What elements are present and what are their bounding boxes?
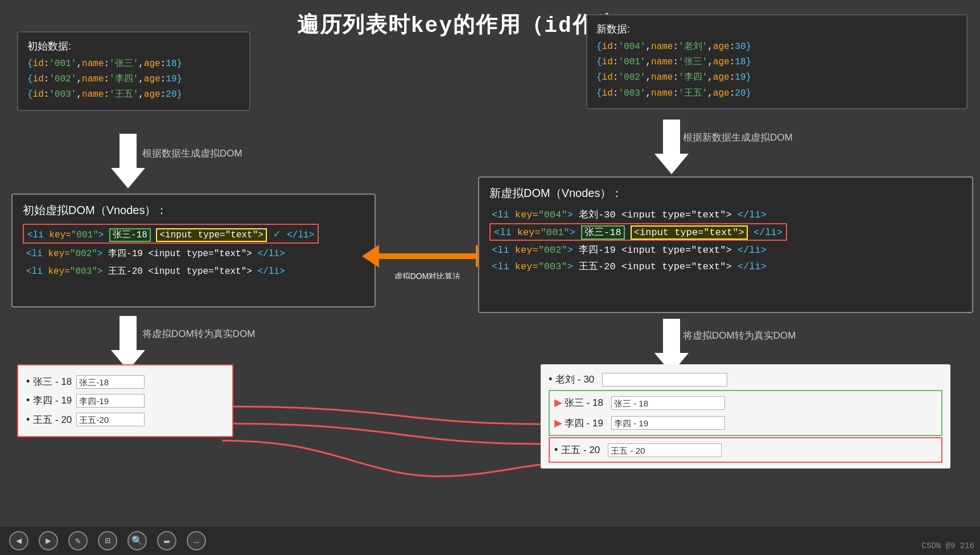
right-real-row-4: • 王五 - 20 王五 - 20	[554, 441, 937, 459]
real-item-3-input[interactable]: 王五-20	[76, 413, 145, 426]
real-item-3-label: 王五 - 20	[33, 411, 72, 429]
arrow-head	[111, 168, 145, 188]
arrow-head	[654, 154, 689, 174]
toolbar-btn-more[interactable]: …	[187, 531, 206, 550]
new-data-line3: {id:'002',name:'李四',age:19}	[596, 70, 957, 85]
real-item-2-input[interactable]: 李四-19	[76, 394, 145, 408]
right-red-row: • 王五 - 20 王五 - 20	[549, 437, 942, 463]
right-real-row-2: ▶ 张三 - 18 张三 - 18	[554, 393, 937, 412]
right-label-2: 将虚拟DOM转为真实DOM	[683, 329, 796, 342]
left-arrow-2	[111, 316, 145, 371]
right-real-row-1: • 老刘 - 30	[549, 370, 942, 389]
arrow-shaft-r2	[663, 319, 680, 353]
bidir-arrow-container: 虚拟DOM对比算法	[362, 233, 493, 279]
toolbar-btn-edit[interactable]: ✎	[68, 531, 88, 550]
initial-vdom-box: 初始虚拟DOM（Vnodes）： <li key="001"> 张三-18 <i…	[11, 194, 376, 307]
real-row-1: • 张三 - 18 张三-18	[26, 372, 224, 391]
vdom-row-3: <li key="003"> 王五-20 <input type="text">…	[23, 264, 364, 279]
right-item-4-input[interactable]: 王五 - 20	[608, 443, 722, 457]
right-item-1-label: 老刘 - 30	[555, 371, 594, 388]
right-green-group: ▶ 张三 - 18 张三 - 18 ▶ 李四 - 19 李四 - 19	[549, 390, 942, 436]
right-arrow-1	[654, 120, 689, 174]
arrow-shaft	[120, 134, 137, 168]
right-item-2-label: 张三 - 18	[565, 394, 603, 412]
right-item-4-label: 王五 - 20	[561, 441, 600, 459]
toolbar-btn-save[interactable]: ⊡	[98, 531, 117, 550]
left-arrow-1	[111, 134, 145, 188]
real-item-1-label: 张三 - 18	[33, 373, 72, 390]
toolbar: ◀ ▶ ✎ ⊡ 🔍 ▬ …	[0, 527, 980, 555]
new-data-line1: {id:'004',name:'老刘',age:30}	[596, 39, 957, 55]
vdom-row-2: <li key="002"> 李四-19 <input type="text">…	[23, 246, 364, 261]
right-label-1: 根据新数据生成虚拟DOM	[683, 131, 793, 144]
right-item-3-label: 李四 - 19	[565, 414, 603, 432]
toolbar-btn-play[interactable]: ▶	[39, 531, 58, 550]
toolbar-btn-search[interactable]: 🔍	[127, 531, 147, 550]
right-real-dom-box: • 老刘 - 30 ▶ 张三 - 18 张三 - 18 ▶ 李四 - 19 李四…	[541, 364, 950, 468]
toolbar-btn-minus[interactable]: ▬	[157, 531, 176, 550]
real-item-2-label: 李四 - 19	[33, 392, 72, 409]
real-row-3: • 王五 - 20 王五-20	[26, 410, 224, 429]
left-label-2: 将虚拟DOM转为真实DOM	[142, 327, 255, 340]
initial-data-line3: {id:'003',name:'王五',age:20}	[27, 87, 240, 102]
new-vdom-box: 新虚拟DOM（Vnodes）： <li key="004"> 老刘-30 <in…	[478, 176, 973, 313]
real-row-2: • 李四 - 19 李四-19	[26, 391, 224, 410]
new-vdom-row-4: <li key="003"> 王五-20 <input type="text">…	[489, 258, 962, 274]
new-vdom-row-2: <li key="001"> 张三-18 <input type="text">…	[489, 223, 962, 241]
right-item-1-input[interactable]	[602, 373, 727, 387]
initial-data-line2: {id:'002',name:'李四',age:19}	[27, 72, 240, 87]
new-vdom-row-3: <li key="002"> 李四-19 <input type="text">…	[489, 242, 962, 257]
svg-text:虚拟DOM对比算法: 虚拟DOM对比算法	[394, 272, 461, 279]
initial-data-box: 初始数据: {id:'001',name:'张三',age:18} {id:'0…	[17, 31, 250, 111]
new-vdom-row-1: <li key="004"> 老刘-30 <input type="text">…	[489, 207, 962, 222]
left-label-1: 根据数据生成虚拟DOM	[142, 147, 242, 160]
right-item-3-input[interactable]: 李四 - 19	[611, 416, 725, 430]
new-data-line2: {id:'001',name:'张三',age:18}	[596, 55, 957, 70]
right-item-2-input[interactable]: 张三 - 18	[611, 396, 725, 410]
real-item-1-input[interactable]: 张三-18	[76, 375, 145, 389]
vdom-row-1: <li key="001"> 张三-18 <input type="text">…	[23, 224, 364, 244]
toolbar-btn-back[interactable]: ◀	[9, 531, 28, 550]
new-vdom-title: 新虚拟DOM（Vnodes）：	[489, 186, 962, 201]
new-data-box: 新数据: {id:'004',name:'老刘',age:30} {id:'00…	[586, 14, 967, 109]
arrow-shaft	[663, 120, 680, 154]
initial-vdom-title: 初始虚拟DOM（Vnodes）：	[23, 203, 364, 218]
new-data-line4: {id:'003',name:'王五',age:20}	[596, 86, 957, 101]
svg-marker-3	[362, 245, 493, 268]
arrow-shaft-2	[120, 316, 137, 350]
left-real-dom-box: • 张三 - 18 张三-18 • 李四 - 19 李四-19 • 王五 - 2…	[17, 364, 233, 437]
watermark: CSDN @9 216	[922, 541, 974, 550]
initial-data-line1: {id:'001',name:'张三',age:18}	[27, 56, 240, 72]
right-real-row-3: ▶ 李四 - 19 李四 - 19	[554, 414, 937, 433]
new-data-title: 新数据:	[596, 22, 957, 36]
bidir-arrow-svg: 虚拟DOM对比算法	[362, 233, 493, 279]
initial-data-title: 初始数据:	[27, 39, 240, 53]
